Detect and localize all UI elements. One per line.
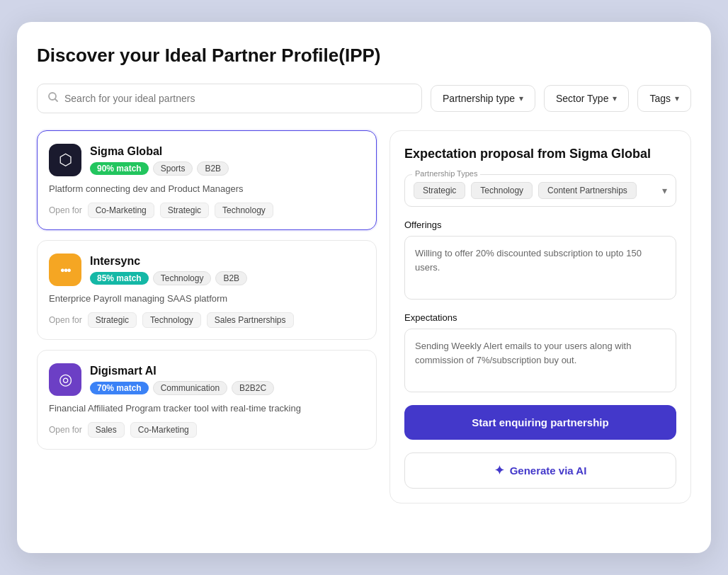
sector-tag: Technology [153,271,212,285]
partner-info: Intersync 85% match Technology B2B [90,255,365,285]
sector-tag: Communication [153,381,227,395]
open-for-tag: Technology [142,312,201,328]
open-for-label: Open for [49,315,82,325]
generate-ai-label: Generate via AI [510,465,587,477]
top-bar: Partnership type ▾ Sector Type ▾ Tags ▾ [37,84,691,113]
open-for-tag: Technology [215,203,273,218]
start-enquiry-button[interactable]: Start enquiring partnership [404,405,676,440]
type-tag-strategic: Strategic [414,182,465,199]
offerings-group: Offerings Willing to offer 20% discounte… [404,220,676,300]
partner-info: Sigma Global 90% match Sports B2B [90,145,365,176]
match-badge: 85% match [90,272,149,285]
type-tag-technology: Technology [471,182,533,199]
type-tag-content: Content Partnerships [538,182,637,199]
generate-ai-button[interactable]: ✦ Generate via AI [404,452,676,489]
content-area: ⬡ Sigma Global 90% match Sports B2B Plat… [37,130,691,503]
page-title: Discover your Ideal Partner Profile(IPP) [37,45,691,67]
open-for-tag: Sales Partnerships [207,312,294,328]
sparkle-icon: ✦ [494,463,504,478]
open-for-row: Open for Sales Co-Marketing [49,422,365,438]
proposal-panel: Expectation proposal from Sigma Global P… [389,130,691,503]
chevron-down-icon: ▾ [613,93,617,103]
partner-desc: Enterprice Payroll managing SAAS platfor… [49,293,365,304]
open-for-row: Open for Co-Marketing Strategic Technolo… [49,203,365,218]
partner-card-sigma[interactable]: ⬡ Sigma Global 90% match Sports B2B Plat… [37,130,377,230]
partner-header: ⬡ Sigma Global 90% match Sports B2B [49,144,365,176]
types-tags-row: Strategic Technology Content Partnership… [414,182,667,199]
open-for-tag: Co-Marketing [88,203,154,218]
partner-card-intersync[interactable]: ●●● Intersync 85% match Technology B2B E… [37,240,377,340]
partner-header: ◎ Digismart AI 70% match Communication B… [49,363,365,396]
expectations-textarea[interactable]: Sending Weekly Alert emails to your user… [404,329,676,392]
partner-name: Sigma Global [90,145,365,158]
partner-name: Digismart AI [90,365,365,377]
partner-list: ⬡ Sigma Global 90% match Sports B2B Plat… [37,130,377,503]
match-badge: 90% match [90,162,149,175]
partner-logo-sigma: ⬡ [49,144,81,176]
tags-label: Tags [649,93,671,104]
chevron-down-icon: ▾ [675,93,679,103]
offerings-label: Offerings [404,220,676,230]
open-for-tag: Sales [88,422,125,438]
svg-line-1 [55,99,58,102]
proposal-title: Expectation proposal from Sigma Global [404,147,676,161]
search-box[interactable] [37,84,422,113]
sector-tag: B2B2C [232,381,274,395]
open-for-tag: Strategic [88,312,137,328]
sector-type-filter[interactable]: Sector Type ▾ [544,85,629,112]
badge-row: 85% match Technology B2B [90,271,365,285]
main-card: Discover your Ideal Partner Profile(IPP)… [17,22,711,553]
partner-desc: Platform connecting dev and Product Mana… [49,183,365,194]
chevron-down-icon: ▾ [519,93,523,103]
sector-type-label: Sector Type [556,93,608,104]
search-icon [47,91,59,106]
offerings-textarea[interactable]: Willing to offer 20% discounted subscrip… [404,236,676,300]
sector-tag: B2B [215,271,247,285]
partner-name: Intersync [90,255,365,268]
expectations-group: Expectations Sending Weekly Alert emails… [404,312,676,392]
partnership-type-label: Partnership type [443,93,515,104]
sector-tag-b2b: B2B [197,161,229,176]
partner-desc: Financial Affiliated Program tracker too… [49,403,365,414]
types-legend: Partnership Types [412,169,480,178]
partnership-types-box: Partnership Types Strategic Technology C… [404,174,676,207]
tags-filter[interactable]: Tags ▾ [637,85,691,112]
partner-logo-intersync: ●●● [49,254,81,286]
open-for-tag: Strategic [160,203,209,218]
partner-info: Digismart AI 70% match Communication B2B… [90,365,365,395]
open-for-label: Open for [49,205,82,215]
partnership-type-filter[interactable]: Partnership type ▾ [431,85,535,112]
search-input[interactable] [64,93,411,104]
partnership-types-group: Partnership Types Strategic Technology C… [404,174,676,207]
partner-logo-digismart: ◎ [49,363,81,396]
open-for-row: Open for Strategic Technology Sales Part… [49,312,365,328]
partner-card-digismart[interactable]: ◎ Digismart AI 70% match Communication B… [37,350,377,450]
sector-tag-sports: Sports [153,161,193,176]
match-badge: 70% match [90,382,149,394]
open-for-label: Open for [49,425,82,435]
chevron-down-icon[interactable]: ▾ [662,185,667,196]
badge-row: 70% match Communication B2B2C [90,381,365,395]
partner-header: ●●● Intersync 85% match Technology B2B [49,254,365,286]
badge-row: 90% match Sports B2B [90,161,365,176]
open-for-tag: Co-Marketing [130,422,197,438]
expectations-label: Expectations [404,312,676,323]
